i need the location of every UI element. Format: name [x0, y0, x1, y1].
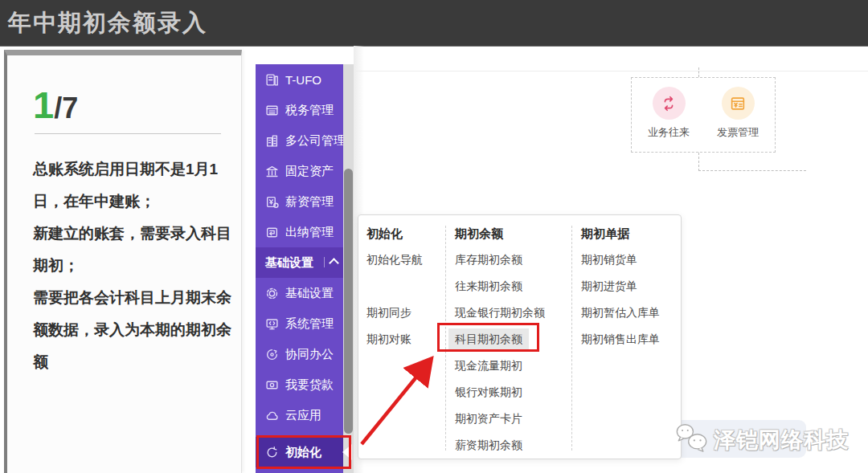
sidebar-item[interactable]: 我要贷款: [256, 369, 343, 400]
salary-icon: [264, 194, 279, 209]
sidebar-item-label: 基础设置: [265, 255, 313, 271]
menu-item[interactable]: 期初同步: [366, 300, 447, 326]
module-tile[interactable]: 业务往来: [637, 87, 701, 140]
wechat-icon: [674, 421, 710, 459]
step-description-line: 总账系统启用日期不是1月1日，在年中建账；: [33, 153, 240, 218]
module-label: 发票管理: [717, 125, 759, 140]
menu-item[interactable]: 期初销售出库单: [581, 326, 678, 353]
menu-item-label: 期初暂估入库单: [581, 306, 660, 319]
menu-item[interactable]: 银行对账期初: [455, 379, 572, 406]
sidebar-item[interactable]: 多公司管理: [256, 125, 343, 156]
flyout-column: 期初单据期初销货单期初进货单期初暂估入库单期初销售出库单: [581, 220, 678, 353]
step-description: 总账系统启用日期不是1月1日，在年中建账； 新建立的账套，需要录入科目期初； 需…: [33, 153, 240, 378]
module-label: 业务往来: [648, 125, 690, 140]
sidebar-item-label: 云应用: [285, 408, 321, 423]
scrollbar-thumb[interactable]: [344, 169, 353, 434]
screenshot-root: 年中期初余额录入 1/7 总账系统启用日期不是1月1日，在年中建账； 新建立的账…: [0, 0, 868, 473]
sidebar-item-label: 出纳管理: [285, 225, 334, 240]
sidebar-item[interactable]: 协同办公: [256, 339, 343, 369]
invoice-icon: [722, 87, 755, 120]
page-title: 年中期初余额录入: [0, 7, 207, 39]
sidebar-item-label: T-UFO: [285, 73, 321, 87]
loan-icon: [264, 377, 279, 392]
flyout-column-header: 期初单据: [581, 220, 678, 247]
menu-item-label: 往来期初余额: [455, 279, 522, 292]
report-icon: [264, 72, 279, 87]
module-shortcuts: 业务往来发票管理: [631, 77, 776, 153]
bank-icon: [264, 164, 279, 178]
cloud-icon: [264, 408, 279, 422]
sidebar-item[interactable]: 税务管理: [256, 95, 343, 125]
flyout-column-header: 初始化: [366, 220, 447, 247]
sidebar-item[interactable]: 固定资产: [256, 156, 343, 186]
menu-item-label: 期初同步: [366, 306, 411, 319]
menu-item-label: 银行对账期初: [455, 385, 522, 398]
sidebar-item[interactable]: 云应用: [256, 400, 343, 430]
sidebar-menu: T-UFO税务管理多公司管理固定资产薪资管理出纳管理基础设置基础设置系统管理协同…: [256, 64, 343, 473]
watermark: 泽铠网络科技: [674, 421, 849, 459]
sidebar-group-header[interactable]: 基础设置: [256, 247, 343, 278]
sidebar-item-label: 薪资管理: [285, 194, 334, 210]
menu-item[interactable]: 现金流量期初: [455, 353, 572, 379]
flyout-column: 初始化初始化导航期初同步期初对账: [366, 220, 447, 353]
watermark-text: 泽铠网络科技: [714, 426, 849, 455]
menu-item[interactable]: 期初暂估入库单: [581, 300, 678, 326]
step-indicator: 1/7: [7, 55, 241, 127]
menu-item-label: 期初资产卡片: [455, 412, 522, 425]
menu-item-label: 现金银行期初余额: [455, 306, 545, 319]
menu-item-label: 库存期初余额: [455, 253, 522, 266]
menu-item[interactable]: 初始化导航: [366, 247, 447, 273]
sidebar-item[interactable]: 系统管理: [256, 308, 343, 339]
sidebar-item-label: 协同办公: [285, 347, 334, 362]
sidebar-item[interactable]: 薪资管理: [256, 186, 343, 217]
chevron-up-icon: [324, 257, 338, 267]
step-total: /7: [54, 92, 78, 124]
sidebar-item-label: 基础设置: [285, 286, 334, 301]
red-highlight-box-init: [256, 435, 351, 469]
step-description-line: 需要把各会计科目上月期末余额数据，录入为本期的期初余额: [33, 282, 240, 378]
sidebar-item[interactable]: T-UFO: [256, 64, 343, 95]
menu-item[interactable]: 薪资期初余额: [455, 432, 572, 459]
menu-item-label: 现金流量期初: [455, 359, 522, 372]
gear-icon: [264, 286, 279, 300]
menu-item[interactable]: 往来期初余额: [455, 273, 572, 300]
menu-item[interactable]: 期初对账: [366, 326, 447, 353]
sidebar-item-label: 税务管理: [285, 103, 334, 118]
menu-item[interactable]: 库存期初余额: [455, 247, 572, 273]
cashier-icon: [264, 225, 279, 239]
sidebar-item[interactable]: 出纳管理: [256, 217, 343, 247]
red-highlight-box-subject-balance: [437, 323, 539, 352]
menu-item-label: 期初销货单: [581, 253, 637, 266]
collab-icon: [264, 347, 279, 361]
flyout-column-header: 期初余额: [455, 220, 572, 247]
menu-item-label: 薪资期初余额: [455, 438, 522, 451]
menu-item-label: 初始化导航: [366, 253, 423, 266]
buildings-icon: [264, 133, 279, 148]
step-description-line: 新建立的账套，需要录入科目期初；: [33, 218, 240, 282]
sidebar-scrollbar[interactable]: [343, 64, 354, 473]
menu-item-label: 期初销售出库单: [581, 332, 660, 345]
content-top-border: [354, 71, 868, 71]
sidebar-item-label: 多公司管理: [285, 133, 346, 149]
tax-icon: [264, 103, 279, 117]
monitor-icon: [264, 316, 279, 331]
step-card: 1/7 总账系统启用日期不是1月1日，在年中建账； 新建立的账套，需要录入科目期…: [4, 50, 242, 473]
menu-item[interactable]: 期初销货单: [581, 247, 678, 273]
sidebar-item-label: 我要贷款: [285, 377, 334, 393]
divider: [35, 133, 221, 134]
menu-item-label: 期初对账: [366, 332, 411, 345]
dashed-connector: [698, 153, 699, 171]
sidebar-item-label: 系统管理: [285, 316, 334, 332]
transfer-icon: [653, 87, 686, 120]
dashed-connector: [698, 170, 806, 171]
menu-item-label: 期初进货单: [581, 279, 637, 292]
sidebar-item[interactable]: 基础设置: [256, 278, 343, 308]
menu-item[interactable]: 期初资产卡片: [455, 406, 572, 432]
step-current: 1: [33, 84, 54, 126]
sidebar-item-label: 固定资产: [285, 164, 334, 179]
titlebar: 年中期初余额录入: [0, 0, 868, 47]
dashed-connector: [698, 67, 699, 77]
module-tile[interactable]: 发票管理: [706, 87, 770, 140]
menu-item[interactable]: 期初进货单: [581, 273, 678, 300]
